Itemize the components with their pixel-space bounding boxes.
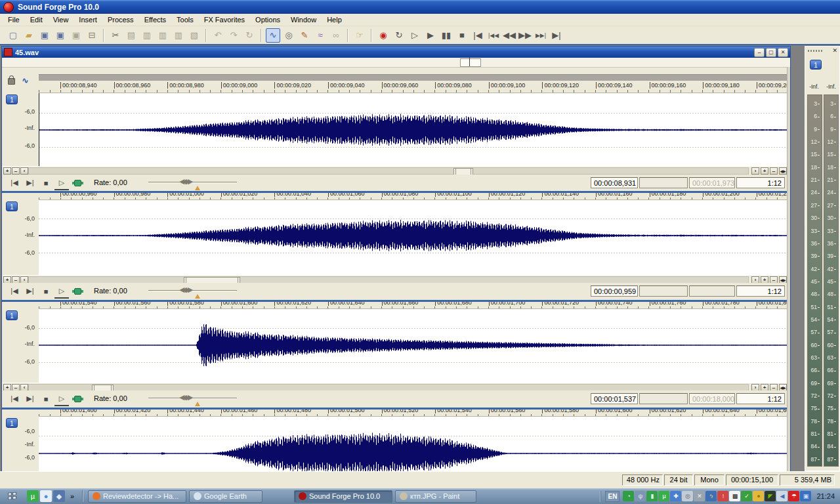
pause-button[interactable]: ▮▮ (439, 28, 453, 43)
record-button[interactable]: ◉ (376, 28, 390, 43)
go-to-start-button[interactable]: |◀ (7, 177, 22, 189)
go-to-start-button[interactable]: |◀ (7, 285, 22, 297)
menu-edit[interactable]: Edit (25, 14, 48, 25)
menu-view[interactable]: View (48, 14, 74, 25)
start-button[interactable] (3, 490, 22, 503)
rate-slider[interactable] (148, 290, 237, 291)
document-titlebar[interactable]: 45.wav ‒▢✕ (2, 47, 790, 58)
time-ruler[interactable]: 00:00:08,94000:00:08,96000:00:08,98000:0… (39, 81, 788, 93)
go-to-start-button[interactable]: |◀ (471, 28, 485, 43)
waveform-display[interactable] (39, 200, 788, 276)
go-to-end-button[interactable]: ▶| (23, 177, 37, 189)
go-to-end-button[interactable]: ▶| (23, 392, 37, 405)
stop-button[interactable]: ■ (455, 28, 469, 43)
utorrent-icon[interactable]: µ (27, 490, 39, 502)
stop-button[interactable]: ■ (39, 392, 53, 405)
channel-badge[interactable]: 1 (6, 310, 18, 320)
tray-plugin-icon[interactable]: ✚ (670, 491, 681, 501)
rate-slider-handle[interactable]: ◀◆▶ (179, 177, 192, 186)
next-marker-button[interactable]: ▶▶| (534, 28, 548, 43)
scrub-control[interactable] (70, 392, 85, 405)
play-button[interactable]: ▷ (54, 392, 69, 406)
waveform-canvas[interactable] (39, 417, 788, 472)
channel-badge[interactable]: 1 (6, 201, 18, 211)
media-app-icon[interactable]: ◆ (53, 490, 65, 502)
menu-tools[interactable]: Tools (171, 14, 199, 25)
zoom-in-button[interactable]: + (3, 167, 11, 175)
play-button[interactable]: ▷ (54, 285, 69, 299)
language-indicator[interactable]: EN (605, 491, 620, 502)
play-all-button[interactable]: ▷ (408, 28, 422, 43)
menu-file[interactable]: File (3, 14, 25, 25)
channel-badge[interactable]: 1 (6, 418, 18, 428)
waveform-canvas[interactable] (39, 309, 788, 383)
waveform-display[interactable] (39, 93, 788, 167)
tray-meter-icon[interactable]: ▮ (646, 491, 658, 501)
menu-help[interactable]: Help (322, 14, 347, 25)
play-button[interactable]: ▶ (423, 28, 438, 43)
restore-button[interactable]: ▢ (766, 48, 776, 57)
tray-utorrent-icon[interactable]: µ (658, 491, 669, 501)
overview-view-box[interactable] (460, 58, 481, 67)
tray-avira-icon[interactable]: ☂ (788, 491, 799, 501)
rate-slider[interactable] (148, 398, 237, 399)
scrub-control[interactable] (70, 285, 85, 297)
chrome-icon[interactable]: ● (40, 490, 52, 502)
open-file-icon[interactable]: ▰ (22, 28, 36, 43)
go-to-end-button[interactable]: ▶| (549, 28, 564, 43)
meter-channel-badge[interactable]: 1 (810, 60, 822, 70)
channel-badge[interactable]: 1 (6, 94, 18, 104)
expand-arrow-icon[interactable]: » (66, 490, 78, 502)
magnify-tool-icon[interactable]: ◎ (282, 28, 296, 43)
tray-coin-icon[interactable]: ● (753, 491, 764, 501)
waveform-display[interactable] (39, 416, 788, 472)
play-button[interactable]: ▷ (54, 177, 69, 190)
horizontal-scrollbar[interactable] (28, 167, 749, 175)
task-button-google-earth[interactable]: Google Earth (189, 490, 262, 503)
scroll-left-button[interactable]: ‹ (20, 167, 28, 175)
tray-gpu-icon[interactable]: ◤ (765, 491, 776, 501)
zoom-in-time-button[interactable]: + (761, 167, 768, 175)
zoom-selection-button[interactable]: ◀▶ (779, 167, 787, 175)
overview-bar[interactable] (2, 58, 790, 68)
menu-effects[interactable]: Effects (139, 14, 171, 25)
rate-slider[interactable] (148, 182, 237, 183)
close-button[interactable]: ✕ (778, 48, 788, 57)
tray-scheduler-icon[interactable]: ◔ (623, 491, 634, 501)
tray-power-icon[interactable]: ϟ (705, 491, 717, 501)
menu-fx-favorites[interactable]: FX Favorites (199, 14, 250, 25)
vertical-scrollbar[interactable] (787, 67, 790, 472)
waveform-display[interactable] (39, 308, 788, 383)
envelope-tool-icon[interactable]: ≈ (313, 28, 327, 43)
menu-options[interactable]: Options (250, 14, 285, 25)
zoom-out-button[interactable]: ‒ (12, 167, 20, 175)
tray-app-icon[interactable]: ▣ (800, 491, 811, 501)
tray-alert-icon[interactable]: ! (717, 491, 728, 501)
zoom-out-time-button[interactable]: ‒ (770, 167, 778, 175)
lock-icon[interactable] (8, 78, 15, 85)
edit-tool-icon[interactable]: ∿ (266, 28, 280, 43)
tray-shield-icon[interactable]: ✓ (741, 491, 752, 501)
minimize-button[interactable]: ‒ (754, 48, 765, 57)
stop-button[interactable]: ■ (39, 285, 53, 297)
tray-close-icon[interactable]: ✕ (694, 491, 705, 501)
rewind-button[interactable]: ◀◀ (502, 28, 516, 43)
save-icon[interactable]: ▣ (37, 28, 52, 43)
loop-playback-button[interactable]: ↻ (392, 28, 406, 43)
pencil-tool-icon[interactable]: ✎ (297, 28, 312, 43)
tray-flag-icon[interactable]: ▩ (729, 491, 740, 501)
go-to-end-button[interactable]: ▶| (23, 285, 37, 297)
rate-slider-handle[interactable]: ◀◆▶ (179, 393, 192, 402)
edit-tool-mini-icon[interactable]: ∿ (22, 75, 29, 85)
waveform-canvas[interactable] (39, 93, 788, 167)
previous-marker-button[interactable]: |◀◀ (486, 28, 501, 43)
menu-insert[interactable]: Insert (74, 14, 102, 25)
menu-process[interactable]: Process (102, 14, 139, 25)
go-to-start-button[interactable]: |◀ (7, 392, 22, 405)
stop-button[interactable]: ■ (39, 177, 53, 189)
task-button-sound-forge[interactable]: Sound Forge Pro 10.0 (294, 490, 392, 503)
scroll-right-button[interactable]: › (751, 167, 759, 175)
new-file-icon[interactable]: ▢ (6, 28, 20, 43)
close-icon[interactable]: ✕ (832, 47, 837, 54)
task-button-reviewdetect[interactable]: Reviewdetector -> Ha... (88, 490, 186, 503)
